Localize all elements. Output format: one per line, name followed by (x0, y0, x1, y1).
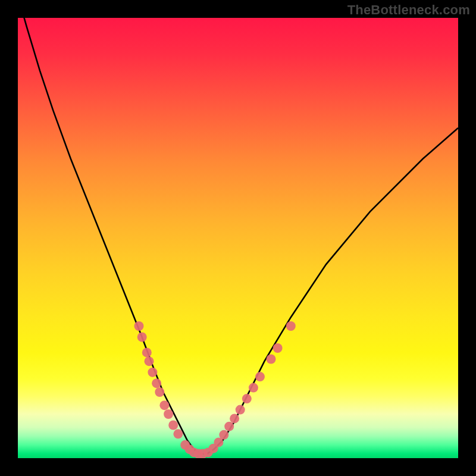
curve-marker (168, 421, 178, 430)
curve-marker (142, 347, 152, 357)
curve-marker (173, 429, 183, 439)
curve-marker (230, 414, 239, 423)
curve-markers (134, 321, 296, 458)
chart-frame: TheBottleneck.com (0, 0, 476, 476)
curve-marker (267, 355, 276, 364)
curve-marker (236, 405, 245, 415)
curve-marker (155, 387, 164, 397)
curve-marker (148, 368, 157, 377)
curve-marker (159, 400, 169, 410)
bottleneck-curve (18, 18, 458, 454)
curve-marker (152, 378, 161, 388)
curve-marker (137, 333, 147, 342)
curve-marker (249, 383, 258, 393)
curve-marker (224, 422, 234, 431)
curve-marker (255, 372, 265, 381)
curve-marker (134, 321, 144, 331)
curve-marker (242, 394, 252, 403)
curve-marker (145, 356, 154, 366)
curve-svg (18, 18, 458, 458)
curve-marker (219, 430, 228, 440)
curve-marker (164, 409, 173, 419)
curve-marker (286, 321, 296, 331)
curve-marker (273, 343, 283, 353)
watermark-text: TheBottleneck.com (347, 2, 470, 18)
plot-area (18, 18, 458, 458)
